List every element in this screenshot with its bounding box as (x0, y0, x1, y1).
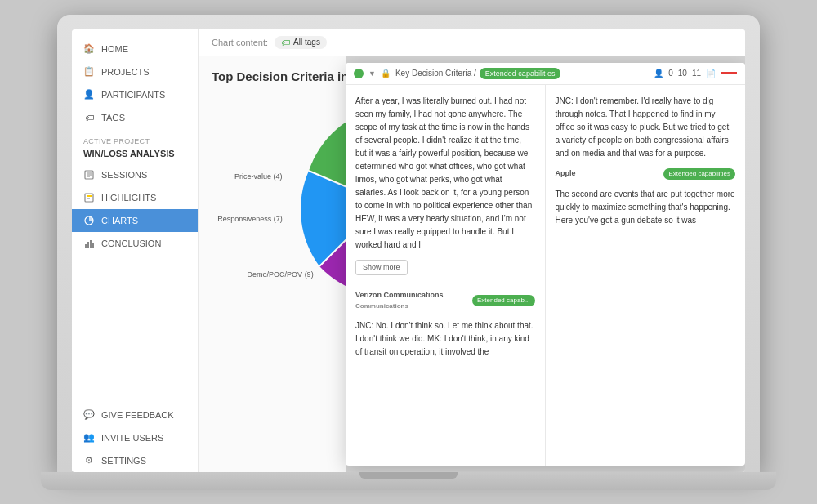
left-footer-text: JNC: No. I don't think so. Let me think … (355, 319, 535, 359)
sidebar-item-label: PROJECTS (101, 67, 150, 77)
settings-icon: ⚙ (83, 455, 95, 466)
modal-header: ▼ 🔒 Key Decision Criteria / Extended cap… (346, 63, 745, 85)
svg-rect-4 (85, 194, 93, 202)
sidebar-item-label: CONCLUSION (101, 239, 161, 248)
chart-header: Chart content: 🏷 All tags (199, 29, 745, 56)
sidebar-item-sessions[interactable]: SESSIONS (72, 163, 198, 186)
highlights-icon (83, 192, 95, 203)
modal-panel: ▼ 🔒 Key Decision Criteria / Extended cap… (346, 63, 745, 466)
tag-icon: 🏷 (281, 38, 290, 47)
right-source-name: Apple (556, 168, 576, 180)
modal-stats: 👤 0 10 11 📄 (654, 69, 737, 78)
left-source-name: Verizon Communications Communications (355, 290, 444, 311)
stat-11: 11 (692, 69, 701, 78)
active-project-label: Active Project: (72, 129, 198, 147)
breadcrumb-tag[interactable]: Extended capabilit es (480, 68, 561, 79)
conclusion-icon (83, 238, 95, 249)
sidebar-item-feedback[interactable]: 💬 GIVE FEEDBACK (72, 404, 198, 426)
sidebar-item-label: TAGS (101, 113, 125, 123)
active-project-name: WIN/LOSS ANALYSIS (72, 147, 198, 163)
sidebar-item-charts[interactable]: CHARTS (72, 209, 198, 232)
main-content: Chart content: 🏷 All tags Top Decision C… (199, 29, 745, 472)
chevron-down-icon[interactable]: ▼ (368, 69, 376, 78)
modal-body: After a year, I was literally burned out… (346, 85, 745, 466)
label-responsiveness: Responsiveness (7) (217, 215, 283, 223)
breadcrumb-key: Key Decision Criteria / (395, 69, 476, 78)
sidebar-item-participants[interactable]: 👤 PARTICIPANTS (72, 83, 198, 106)
modal-right-column: JNC: I don't remember. I'd really have t… (546, 85, 746, 466)
sessions-icon (83, 169, 95, 181)
sidebar-item-label: HIGHLIGHTS (101, 193, 156, 203)
label-pricevalue: Price-value (4) (234, 172, 283, 181)
right-source-row: Apple Extended capabilities (556, 168, 736, 180)
all-tags-filter[interactable]: 🏷 All tags (275, 36, 327, 49)
participants-icon: 👤 (83, 89, 95, 100)
sidebar-item-label: INVITE USERS (101, 433, 163, 443)
doc-icon: 📄 (706, 69, 716, 78)
modal-overlay: ▼ 🔒 Key Decision Criteria / Extended cap… (346, 56, 745, 472)
sidebar-item-label: PARTICIPANTS (101, 90, 165, 100)
sidebar-item-label: CHARTS (101, 216, 138, 225)
sidebar: 🏠 HOME 📋 PROJECTS 👤 PARTICIPANTS 🏷 TAGS … (72, 29, 199, 472)
modal-breadcrumb: Key Decision Criteria / Extended capabil… (395, 68, 560, 79)
stat-10: 10 (678, 69, 687, 78)
sidebar-item-projects[interactable]: 📋 PROJECTS (72, 60, 198, 83)
right-source-tag[interactable]: Extended capabilities (663, 168, 735, 180)
sidebar-item-conclusion[interactable]: CONCLUSION (72, 232, 198, 255)
left-quote-text: After a year, I was literally burned out… (355, 95, 535, 252)
left-source-tag[interactable]: Extended capab... (472, 295, 535, 306)
user-count-icon: 👤 (654, 69, 663, 78)
user-count: 0 (668, 69, 673, 78)
feedback-icon: 💬 (83, 409, 95, 421)
chart-content-area: Top Decision Criteria in Closed/ (199, 56, 745, 472)
modal-left-column: After a year, I was literally burned out… (346, 85, 546, 466)
right-footer-text: The second are events that are put toget… (556, 188, 736, 227)
sidebar-item-highlights[interactable]: HIGHLIGHTS (72, 186, 198, 209)
svg-rect-9 (87, 242, 89, 248)
charts-icon (83, 215, 95, 226)
red-indicator (721, 72, 737, 74)
sidebar-item-label: HOME (101, 44, 128, 54)
all-tags-label: All tags (293, 38, 320, 47)
show-more-button[interactable]: Show more (355, 260, 408, 276)
sidebar-item-tags[interactable]: 🏷 TAGS (72, 106, 198, 129)
sidebar-item-settings[interactable]: ⚙ SETTINGS (72, 449, 198, 472)
sidebar-item-label: SETTINGS (101, 456, 146, 466)
svg-rect-11 (92, 243, 94, 248)
lock-icon: 🔒 (381, 69, 391, 78)
projects-icon: 📋 (83, 66, 95, 78)
svg-rect-10 (90, 240, 92, 248)
sidebar-item-label: SESSIONS (101, 170, 147, 180)
svg-rect-8 (85, 244, 87, 248)
sidebar-item-label: GIVE FEEDBACK (101, 410, 174, 420)
sidebar-item-home[interactable]: 🏠 HOME (72, 38, 198, 60)
tags-icon: 🏷 (83, 112, 95, 123)
left-source-row: Verizon Communications Communications Ex… (355, 290, 535, 311)
invite-icon: 👥 (83, 432, 95, 444)
right-quote-text: JNC: I don't remember. I'd really have t… (556, 95, 736, 160)
modal-status-dot (354, 69, 364, 78)
chart-content-label: Chart content: (212, 38, 268, 47)
laptop-base (41, 472, 776, 490)
home-icon: 🏠 (83, 43, 95, 55)
sidebar-item-invite[interactable]: 👥 INVITE USERS (72, 426, 198, 449)
